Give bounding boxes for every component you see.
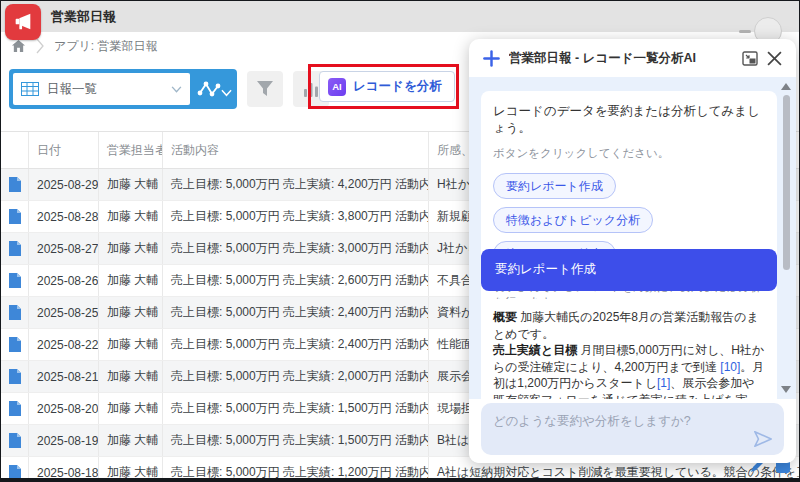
- cell-date: 2025-08-29: [29, 169, 99, 200]
- cell-rep: 加藤 大輔: [99, 457, 163, 478]
- cell-rep: 加藤 大輔: [99, 361, 163, 392]
- chevron-down-icon: [171, 86, 182, 93]
- cell-activity: 売上目標: 5,000万円 売上実績: 3,800万円 活動内容: 午前…: [163, 201, 429, 232]
- scroll-down-arrow-icon[interactable]: [781, 386, 791, 393]
- cell-activity: 売上目標: 5,000万円 売上実績: 2,600万円 活動内容: 午前…: [163, 265, 429, 296]
- ai-panel-title: 営業部日報 - レコード一覧分析AI: [509, 50, 733, 67]
- ai-text-bold-segment: 概要: [493, 310, 517, 324]
- cell-date: 2025-08-25: [29, 297, 99, 328]
- record-detail-icon[interactable]: [9, 465, 21, 478]
- cell-date: 2025-08-18: [29, 457, 99, 478]
- ai-panel-body: レコードのデータを要約または分析してみましょう。 ボタンをクリックしてください。…: [469, 77, 796, 399]
- record-detail-icon[interactable]: [9, 337, 21, 352]
- cell-activity: 売上目標: 5,000万円 売上実績: 1,200万円 活動内容: 午前…: [163, 457, 429, 478]
- ai-panel: 営業部日報 - レコード一覧分析AI レコードのデータを要約または分析してみまし…: [469, 39, 796, 463]
- ai-input-area: どのような要約や分析をしますか?: [469, 399, 796, 463]
- chat-input[interactable]: どのような要約や分析をしますか?: [481, 403, 784, 455]
- megaphone-icon: [12, 11, 34, 33]
- plus-icon: [483, 50, 500, 67]
- bar-chart-icon: [302, 80, 320, 98]
- col-header-icon: [1, 132, 29, 168]
- app-title: 営業部日報: [51, 1, 116, 32]
- ai-analyze-button[interactable]: AI レコードを分析: [319, 71, 455, 102]
- cell-date: 2025-08-26: [29, 265, 99, 296]
- cell-rep: 加藤 大輔: [99, 169, 163, 200]
- record-detail-icon[interactable]: [9, 241, 21, 256]
- ai-badge-icon: AI: [328, 78, 346, 96]
- picture-in-picture-icon: [742, 51, 758, 66]
- record-detail-icon[interactable]: [9, 209, 21, 224]
- cell-rep: 加藤 大輔: [99, 425, 163, 456]
- cell-activity: 売上目標: 5,000万円 売上実績: 2,400万円 活動内容: 午前…: [163, 297, 429, 328]
- top-app-bar: [1, 1, 799, 32]
- ai-response-message: 概要 加藤大輔氏の2025年8月の営業活動報告のまとめです。 売上実績と目標 月…: [481, 299, 777, 399]
- ai-analyze-label: レコードを分析: [353, 78, 442, 95]
- cell-date: 2025-08-21: [29, 361, 99, 392]
- close-button[interactable]: [767, 51, 782, 66]
- send-icon[interactable]: [752, 429, 774, 449]
- cell-rep: 加藤 大輔: [99, 297, 163, 328]
- chat-input-placeholder: どのような要約や分析をしますか?: [493, 413, 691, 430]
- table-view-icon: [21, 82, 39, 96]
- cell-rep: 加藤 大輔: [99, 329, 163, 360]
- popout-button[interactable]: [742, 51, 758, 66]
- citation-link[interactable]: [10]: [720, 360, 740, 374]
- view-dropdown[interactable]: 日報一覧: [13, 73, 190, 105]
- funnel-icon: [255, 80, 275, 98]
- record-detail-icon[interactable]: [9, 401, 21, 416]
- cell-activity: 売上目標: 5,000万円 売上実績: 2,000万円 活動内容: 午前…: [163, 361, 429, 392]
- suggestion-pill-button[interactable]: 要約レポート作成: [493, 173, 616, 199]
- cell-rep: 加藤 大輔: [99, 233, 163, 264]
- col-header-activity[interactable]: 活動内容: [163, 132, 429, 168]
- line-chart-icon[interactable]: [196, 77, 222, 101]
- suggestion-pill-button[interactable]: 特徴およびトピック分析: [493, 207, 653, 233]
- cell-activity: 売上目標: 5,000万円 売上実績: 1,500万円 活動内容: 午前…: [163, 425, 429, 456]
- record-detail-icon[interactable]: [9, 369, 21, 384]
- ai-text-bold-segment: 売上実績と目標: [493, 343, 577, 357]
- col-header-date[interactable]: 日付: [29, 132, 99, 168]
- close-icon: [767, 51, 782, 66]
- cell-date: 2025-08-19: [29, 425, 99, 456]
- cell-activity: 売上目標: 5,000万円 売上実績: 2,400万円 活動内容: 午前…: [163, 329, 429, 360]
- home-icon[interactable]: [11, 39, 26, 53]
- col-header-rep[interactable]: 営業担当者: [99, 132, 163, 168]
- view-selector-label: 日報一覧: [47, 81, 171, 98]
- megaphone-app-icon[interactable]: [5, 4, 41, 40]
- cell-activity: 売上目標: 5,000万円 売上実績: 1,500万円 活動内容: 午前…: [163, 393, 429, 424]
- record-detail-icon[interactable]: [9, 177, 21, 192]
- ai-text-segment: 加藤大輔氏の2025年8月の営業活動報告のまとめです。: [493, 310, 759, 341]
- breadcrumb-app-label[interactable]: アプリ: 営業部日報: [54, 38, 158, 55]
- filter-button[interactable]: [247, 71, 283, 107]
- cell-date: 2025-08-28: [29, 201, 99, 232]
- intro-text: レコードのデータを要約または分析してみましょう。: [493, 103, 765, 137]
- scroll-up-arrow-icon[interactable]: [781, 83, 791, 90]
- chevron-down-icon[interactable]: [221, 83, 232, 101]
- ai-panel-header: 営業部日報 - レコード一覧分析AI: [469, 39, 796, 77]
- cell-rep: 加藤 大輔: [99, 265, 163, 296]
- view-selector: 日報一覧: [9, 69, 237, 109]
- user-message-bubble: 要約レポート作成: [481, 249, 777, 291]
- cell-activity: 売上目標: 5,000万円 売上実績: 3,000万円 活動内容: 午前…: [163, 233, 429, 264]
- record-detail-icon[interactable]: [9, 433, 21, 448]
- intro-hint: ボタンをクリックしてください。: [493, 146, 765, 161]
- breadcrumb-separator-icon: [36, 38, 44, 54]
- cell-rep: 加藤 大輔: [99, 393, 163, 424]
- record-detail-icon[interactable]: [9, 273, 21, 288]
- record-detail-icon[interactable]: [9, 305, 21, 320]
- scrollbar-thumb[interactable]: [783, 95, 790, 270]
- cell-rep: 加藤 大輔: [99, 201, 163, 232]
- cell-date: 2025-08-22: [29, 329, 99, 360]
- hidden-toolbar-fragment: [739, 30, 751, 33]
- cell-activity: 売上目標: 5,000万円 売上実績: 4,200万円 活動内容: 午前…: [163, 169, 429, 200]
- cell-date: 2025-08-20: [29, 393, 99, 424]
- cell-date: 2025-08-27: [29, 233, 99, 264]
- citation-link[interactable]: [1]: [657, 376, 670, 390]
